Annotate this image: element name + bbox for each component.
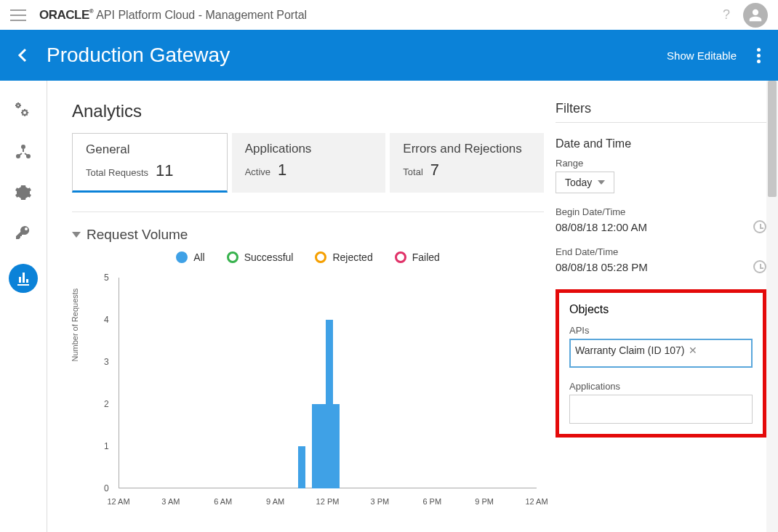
- user-avatar[interactable]: [743, 3, 768, 28]
- chevron-down-icon: [598, 180, 605, 185]
- legend-failed[interactable]: Failed: [395, 251, 440, 263]
- y-tick: 5: [104, 273, 109, 283]
- section-title: Analytics: [72, 101, 544, 121]
- y-tick: 0: [104, 483, 109, 493]
- tab-errors[interactable]: Errors and Rejections Total7: [390, 133, 544, 193]
- chart-legend: All Successful Rejected Failed: [72, 251, 544, 263]
- chart-area: Number of Requests 01234512 AM3 AM6 AM9 …: [82, 270, 544, 517]
- range-value: Today: [565, 177, 592, 188]
- x-tick: 3 AM: [161, 497, 180, 506]
- y-tick: 2: [104, 399, 109, 409]
- chart-bar[interactable]: [326, 320, 333, 488]
- show-editable-link[interactable]: Show Editable: [667, 49, 737, 62]
- side-nav: [0, 81, 47, 532]
- applications-label: Applications: [569, 381, 753, 392]
- tab-errors-sub: Total: [403, 166, 422, 177]
- y-tick: 1: [104, 441, 109, 451]
- tab-general-sub: Total Requests: [86, 167, 148, 178]
- tab-errors-title: Errors and Rejections: [403, 142, 531, 156]
- svg-point-0: [21, 145, 25, 149]
- y-tick: 3: [104, 357, 109, 367]
- x-tick: 6 PM: [422, 497, 441, 506]
- begin-value: 08/08/18 12:00 AM: [556, 221, 647, 233]
- brand-logo: ORACLE®: [39, 8, 93, 23]
- chart-bar[interactable]: [312, 404, 319, 488]
- tab-applications-value: 1: [278, 161, 286, 180]
- chart-bar[interactable]: [298, 446, 305, 488]
- scrollbar[interactable]: [766, 81, 778, 532]
- end-label: End Date/Time: [556, 246, 766, 257]
- nav-settings-icon[interactable]: [13, 101, 33, 121]
- y-axis: [119, 278, 119, 488]
- chart-bar[interactable]: [318, 404, 326, 488]
- objects-section: Objects APIs Warranty Claim (ID 107) ✕ A…: [556, 289, 766, 438]
- legend-all[interactable]: All: [176, 251, 205, 263]
- tab-general[interactable]: General Total Requests11: [72, 133, 228, 193]
- x-tick: 12 PM: [316, 497, 340, 506]
- begin-time-picker-icon[interactable]: [753, 220, 766, 233]
- api-chip: Warranty Claim (ID 107) ✕: [575, 344, 697, 356]
- tab-general-title: General: [86, 142, 214, 157]
- end-value: 08/08/18 05:28 PM: [556, 261, 648, 273]
- scrollbar-thumb[interactable]: [768, 81, 777, 197]
- x-tick: 9 PM: [475, 497, 494, 506]
- menu-icon[interactable]: [10, 9, 26, 21]
- applications-input[interactable]: [569, 395, 753, 424]
- chart-title: Request Volume: [87, 227, 188, 243]
- page-header: Production Gateway Show Editable: [0, 30, 778, 81]
- nav-keys-icon[interactable]: [13, 223, 33, 243]
- legend-rejected[interactable]: Rejected: [315, 251, 372, 263]
- tab-applications[interactable]: Applications Active1: [232, 133, 386, 193]
- api-chip-label: Warranty Claim (ID 107): [575, 344, 684, 356]
- y-tick: 4: [104, 315, 109, 325]
- page-title: Production Gateway: [47, 44, 667, 67]
- nav-analytics-icon[interactable]: [9, 264, 38, 293]
- x-tick: 12 AM: [107, 497, 129, 506]
- x-tick: 9 AM: [266, 497, 284, 506]
- product-name: API Platform Cloud - Management Portal: [96, 9, 307, 22]
- range-select[interactable]: Today: [556, 172, 614, 193]
- apis-label: APIs: [569, 325, 753, 336]
- date-time-heading: Date and Time: [556, 137, 766, 150]
- nav-nodes-icon[interactable]: [13, 142, 33, 162]
- tab-applications-title: Applications: [245, 142, 373, 156]
- apis-input[interactable]: Warranty Claim (ID 107) ✕: [569, 339, 753, 368]
- nav-gear-icon[interactable]: [13, 182, 33, 203]
- x-tick: 12 AM: [525, 497, 548, 506]
- range-label: Range: [556, 158, 766, 169]
- chip-remove-icon[interactable]: ✕: [689, 344, 697, 356]
- help-icon[interactable]: ?: [723, 7, 730, 23]
- collapse-icon[interactable]: [72, 232, 81, 238]
- begin-label: Begin Date/Time: [556, 206, 766, 217]
- legend-successful[interactable]: Successful: [227, 251, 294, 263]
- topbar: ORACLE® API Platform Cloud - Management …: [0, 0, 778, 30]
- x-tick: 6 AM: [214, 497, 232, 506]
- objects-heading: Objects: [569, 303, 753, 316]
- back-button[interactable]: [12, 44, 33, 66]
- chart-bar[interactable]: [332, 404, 340, 488]
- filters-heading: Filters: [556, 101, 766, 123]
- divider: [72, 211, 544, 212]
- tab-errors-value: 7: [430, 161, 439, 180]
- filters-panel: Filters Date and Time Range Today Begin …: [556, 101, 766, 532]
- y-axis-label: Number of Requests: [71, 289, 79, 362]
- tab-general-value: 11: [156, 161, 173, 180]
- x-tick: 3 PM: [371, 497, 390, 506]
- tab-applications-sub: Active: [245, 166, 270, 177]
- overflow-menu-icon[interactable]: [751, 40, 766, 71]
- end-time-picker-icon[interactable]: [753, 260, 766, 273]
